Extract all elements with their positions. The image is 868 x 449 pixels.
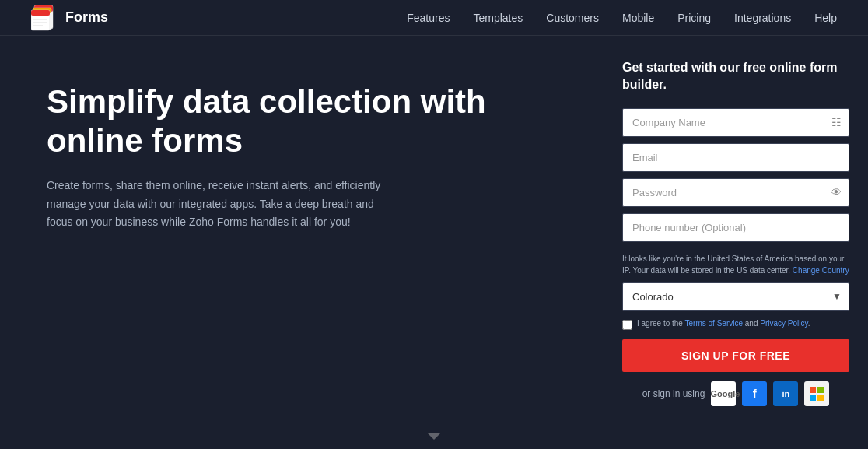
nav-help[interactable]: Help <box>814 12 837 24</box>
svg-rect-10 <box>817 387 824 393</box>
facebook-signin-button[interactable]: f <box>742 381 767 406</box>
company-field: ☷ <box>622 108 849 137</box>
country-select-wrapper: Colorado Alabama Alaska California New Y… <box>622 282 849 311</box>
signin-label: or sign in using <box>642 388 705 399</box>
nav-pricing[interactable]: Pricing <box>677 12 711 24</box>
password-field: 👁 <box>622 178 849 207</box>
phone-field <box>622 213 849 242</box>
tos-link[interactable]: Terms of Service <box>685 319 743 328</box>
linkedin-signin-button[interactable]: in <box>773 381 798 406</box>
signin-row: or sign in using Google f in <box>622 381 849 406</box>
tos-checkbox[interactable] <box>622 320 632 330</box>
change-country-link[interactable]: Change Country <box>793 266 849 275</box>
password-input[interactable] <box>622 178 849 207</box>
nav-features[interactable]: Features <box>407 12 450 24</box>
hero-subtitle: Create forms, share them online, receive… <box>47 177 389 232</box>
logo-text: Forms <box>65 9 108 26</box>
country-select[interactable]: Colorado Alabama Alaska California New Y… <box>622 282 849 311</box>
signup-button[interactable]: SIGN UP FOR FREE <box>622 339 849 372</box>
nav-templates[interactable]: Templates <box>473 12 523 24</box>
privacy-link[interactable]: Privacy Policy <box>760 319 808 328</box>
hero-title: Simplify data collection with online for… <box>47 82 565 161</box>
svg-rect-5 <box>31 10 50 16</box>
geo-notice: It looks like you're in the United State… <box>622 253 849 276</box>
tos-row: I agree to the Terms of Service and Priv… <box>622 319 849 330</box>
company-icon: ☷ <box>831 116 842 128</box>
email-input[interactable] <box>622 143 849 172</box>
company-input[interactable] <box>622 108 849 137</box>
svg-rect-9 <box>810 387 816 393</box>
svg-rect-12 <box>817 395 824 401</box>
phone-input[interactable] <box>622 213 849 242</box>
logo[interactable]: Forms <box>31 4 108 32</box>
scroll-hint <box>418 433 450 449</box>
nav-mobile[interactable]: Mobile <box>622 12 654 24</box>
google-signin-button[interactable]: Google <box>711 381 736 406</box>
signup-form-panel: Get started with our free online form bu… <box>604 36 868 449</box>
password-icon: 👁 <box>831 186 842 198</box>
form-title: Get started with our free online form bu… <box>622 59 849 94</box>
email-field <box>622 143 849 172</box>
microsoft-signin-button[interactable] <box>804 381 829 406</box>
nav-integrations[interactable]: Integrations <box>734 12 791 24</box>
svg-rect-11 <box>810 395 816 401</box>
hero-section: Simplify data collection with online for… <box>0 36 604 449</box>
google-label: Google <box>710 389 740 398</box>
main-nav: Features Templates Customers Mobile Pric… <box>407 12 837 24</box>
nav-customers[interactable]: Customers <box>546 12 599 24</box>
logo-icon <box>31 4 59 32</box>
tos-text: I agree to the Terms of Service and Priv… <box>637 319 810 328</box>
